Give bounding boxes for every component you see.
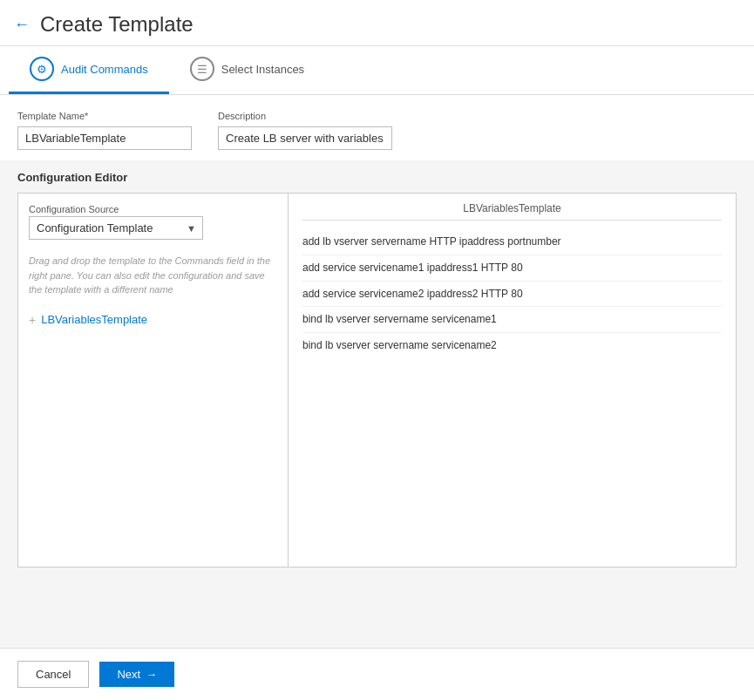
command-line: add service servicename2 ipaddress2 HTTP… [302,282,722,308]
command-line: add service servicename1 ipaddress1 HTTP… [302,255,722,282]
select-instances-icon: ☰ [190,57,214,81]
config-editor-body: Configuration Source Configuration Templ… [17,193,737,567]
drag-hint-text: Drag and drop the template to the Comman… [29,254,277,297]
tab-select-instances[interactable]: ☰ Select Instances [169,46,325,94]
command-line: bind lb vserver servername servicename1 [302,307,722,333]
config-source-group: Configuration Source Configuration Templ… [29,204,277,240]
template-item-label: LBVariablesTemplate [41,313,147,326]
tabs-bar: ⚙ Audit Commands ☰ Select Instances [0,46,754,95]
command-line: add lb vserver servername HTTP ipaddress… [302,229,722,255]
form-area: Template Name* Description [0,95,754,160]
command-line: bind lb vserver servername servicename2 [302,333,722,358]
right-pane-title: LBVariablesTemplate [302,202,722,221]
config-source-label: Configuration Source [29,204,277,214]
page-header: ← Create Template [0,0,754,46]
page-footer: Cancel Next → [0,648,754,700]
commands-list: add lb vserver servername HTTP ipaddress… [302,229,722,358]
audit-commands-icon: ⚙ [30,57,54,81]
next-button-label: Next [117,668,140,681]
description-input[interactable] [218,126,392,150]
tab-select-instances-label: Select Instances [221,63,304,76]
tab-audit-commands[interactable]: ⚙ Audit Commands [9,46,169,94]
cancel-button[interactable]: Cancel [17,661,89,688]
config-editor-section: Configuration Editor Configuration Sourc… [0,160,754,648]
tab-audit-commands-label: Audit Commands [61,63,148,76]
plus-icon: + [29,313,36,327]
template-item[interactable]: + LBVariablesTemplate [29,313,277,327]
template-name-group: Template Name* [17,111,192,150]
template-name-label: Template Name* [17,111,192,121]
config-source-select[interactable]: Configuration Template Custom Commands [29,216,203,240]
template-name-input[interactable] [17,126,192,150]
right-pane: LBVariablesTemplate add lb vserver serve… [289,194,736,567]
description-group: Description [218,111,392,150]
next-arrow-icon: → [146,668,157,681]
next-button[interactable]: Next → [99,662,174,687]
page-container: ← Create Template ⚙ Audit Commands ☰ Sel… [0,0,754,700]
config-source-select-wrapper: Configuration Template Custom Commands ▼ [29,216,203,240]
description-label: Description [218,111,392,121]
left-pane: Configuration Source Configuration Templ… [18,194,289,567]
page-title: Create Template [40,12,194,37]
config-editor-label: Configuration Editor [17,171,737,184]
back-button[interactable]: ← [14,16,30,34]
